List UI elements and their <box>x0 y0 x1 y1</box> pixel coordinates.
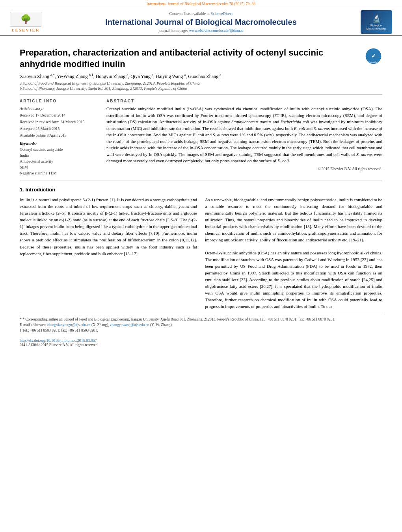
affiliation-a: a School of Food and Biological Engineer… <box>20 81 382 85</box>
received-item: Received 17 December 2014 <box>20 112 99 118</box>
journal-homepage-link[interactable]: www.elsevier.com/locate/ijbiomac <box>189 28 244 33</box>
online-text: Available online 8 April 2015 <box>20 133 67 137</box>
journal-logo-icon: 🔬 <box>372 14 381 23</box>
intro-left-text: Inulin is a natural and polydisperse β-(… <box>20 196 197 257</box>
abstract-label: ABSTRACT <box>106 99 382 103</box>
article-main-title: Preparation, characterization and antiba… <box>20 47 343 70</box>
contents-available-line: Contents lists available at ScienceDirec… <box>43 11 359 16</box>
history-item: Article history: <box>20 106 99 111</box>
intro-left-col: Inulin is a natural and polydisperse β-(… <box>20 196 197 310</box>
journal-homepage-line: journal homepage: www.elsevier.com/locat… <box>43 28 359 33</box>
divider-1 <box>20 95 382 95</box>
journal-logo-line2: Macromolecules <box>367 27 387 30</box>
intro-heading: 1. Introduction <box>20 187 382 193</box>
email-label: E-mail addresses: <box>20 323 46 327</box>
citation-text: International Journal of Biological Macr… <box>147 2 255 6</box>
revised-text: Received in revised form 24 March 2015 <box>20 120 84 124</box>
abstract-text: Octenyl succinic anhydride modified inul… <box>106 106 382 164</box>
revised-item: Received in revised form 24 March 2015 <box>20 119 99 125</box>
abstract-column: ABSTRACT Octenyl succinic anhydride modi… <box>106 99 382 176</box>
keyword-5: Negative staining TEM <box>20 170 99 176</box>
journal-logo-box: 🔬 Biological Macromolecules <box>361 10 392 34</box>
email-footnote: E-mail addresses: zhangxianyungu@ujs.edu… <box>20 322 382 328</box>
journal-citation-banner: International Journal of Biological Macr… <box>0 0 402 7</box>
corresponding-footnote: * * Corresponding author at: School of F… <box>20 317 382 322</box>
intro-right-col: As a renewable, biodegradable, and envir… <box>205 196 382 310</box>
email1-link[interactable]: zhangxianyungu@ujs.edu.cn <box>47 323 91 327</box>
keyword-2: Inulin <box>20 152 99 158</box>
divider-2 <box>20 180 382 180</box>
copyright-text: © 2015 Elsevier B.V. All rights reserved… <box>106 167 382 171</box>
intro-body-columns: Inulin is a natural and polydisperse β-(… <box>20 196 382 310</box>
svg-text:CrossMark: CrossMark <box>368 61 379 63</box>
authors-text: Xiaoyun Zhang a,*, Ye-Wang Zhang b,1, Ho… <box>20 74 221 79</box>
history-label: Article history: <box>20 106 44 111</box>
authors-line: Xiaoyun Zhang a,*, Ye-Wang Zhang b,1, Ho… <box>20 73 382 80</box>
journal-title-block: Contents lists available at ScienceDirec… <box>43 11 359 33</box>
footer-links: http://dx.doi.org/10.1016/j.ijbiomac.201… <box>20 338 382 347</box>
intro-right-text2: Octen-1-ylsuccinic anhydride (OSA) has a… <box>205 250 382 310</box>
keyword-4: SEM <box>20 164 99 170</box>
contents-text: Contents lists available at <box>169 11 210 16</box>
received-text: Received 17 December 2014 <box>20 113 65 117</box>
elsevier-wordmark: ELSEVIER <box>11 28 40 32</box>
online-item: Available online 8 April 2015 <box>20 132 99 138</box>
doi-link[interactable]: http://dx.doi.org/10.1016/j.ijbiomac.201… <box>20 338 382 343</box>
accepted-item: Accepted 25 March 2015 <box>20 126 99 132</box>
email1-name: (X. Zhang), <box>91 323 109 327</box>
article-info-column: ARTICLE INFO Article history: Received 1… <box>20 99 99 176</box>
journal-logo-right: 🔬 Biological Macromolecules <box>359 10 394 34</box>
elsevier-logo-image: 🌳 <box>10 12 41 27</box>
journal-header: 🌳 ELSEVIER Contents lists available at S… <box>0 7 402 36</box>
accepted-text: Accepted 25 March 2015 <box>20 126 60 131</box>
email2-link[interactable]: zhangyewang@ujs.edu.cn <box>110 323 149 327</box>
email2-name: (Y.-W. Zhang). <box>150 323 173 327</box>
article-info-label: ARTICLE INFO <box>20 99 99 103</box>
intro-right-text1: As a renewable, biodegradable, and envir… <box>205 196 382 243</box>
footnote1-text: 1 Tel.: +86 511 8503 8201; fax: +86 511 … <box>20 328 382 333</box>
keyword-1: Octenyl succinic anhydride <box>20 146 99 152</box>
sciencedirect-link[interactable]: ScienceDirect <box>210 11 233 16</box>
corresponding-text: * Corresponding author at: School of Foo… <box>22 317 335 321</box>
keywords-label: Keywords: <box>20 141 99 146</box>
journal-logo-line1: Biological <box>370 24 382 27</box>
crossmark-logo: ✓ CrossMark <box>365 47 382 65</box>
elsevier-logo: 🌳 ELSEVIER <box>8 12 43 32</box>
keyword-3: Antibacterial activity <box>20 158 99 164</box>
svg-text:✓: ✓ <box>371 53 376 59</box>
footer-copyright: 0141-8130/© 2015 Elsevier B.V. All right… <box>20 343 99 347</box>
footnote-section: * * Corresponding author at: School of F… <box>20 314 382 334</box>
intro-section: 1. Introduction Inulin is a natural and … <box>20 187 382 310</box>
homepage-text: journal homepage: <box>158 28 189 33</box>
article-info-abstract: ARTICLE INFO Article history: Received 1… <box>20 99 382 176</box>
journal-main-title: International Journal of Biological Macr… <box>43 17 359 27</box>
article-title-section: Preparation, characterization and antiba… <box>20 47 382 70</box>
affiliation-b: b School of Pharmacy, Jiangsu University… <box>20 86 382 91</box>
elsevier-tree-icon: 🌳 <box>20 14 31 24</box>
page-content: Preparation, characterization and antiba… <box>0 36 402 355</box>
